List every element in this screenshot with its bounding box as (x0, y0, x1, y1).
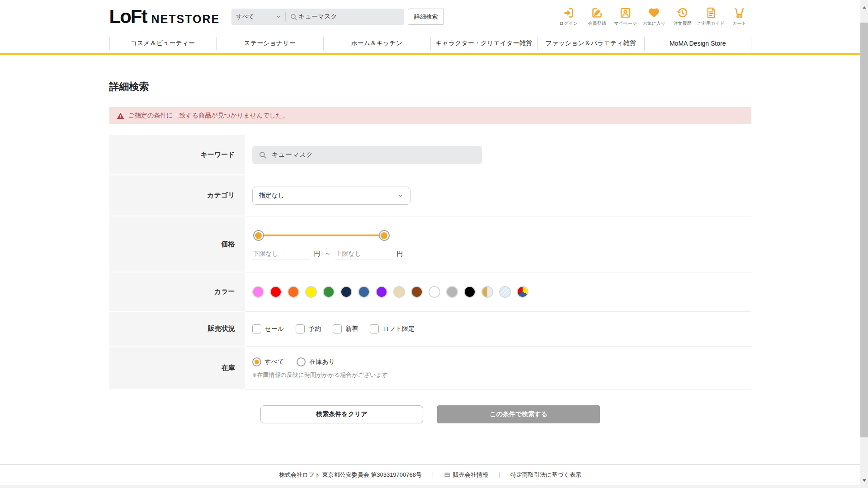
nav-item-stationery[interactable]: ステーショナリー (216, 33, 323, 53)
color-swatch-green[interactable] (323, 286, 335, 298)
header-search-bar: すべて (231, 9, 404, 25)
color-swatch-clear[interactable] (499, 286, 511, 298)
checkbox-new-arrival[interactable]: 新着 (333, 324, 358, 333)
search-category-dropdown[interactable]: すべて (236, 13, 281, 21)
color-swatch-gold[interactable] (481, 286, 493, 298)
scroll-up-button[interactable] (860, 4, 868, 11)
advanced-search-button[interactable]: 詳細検索 (408, 9, 444, 25)
form-row-sales-status: 販売状況 セール 予約 (109, 312, 751, 347)
footer-link-seller-info[interactable]: 販売会社情報 (444, 471, 488, 479)
logo-netstore-text: NETSTORE (151, 13, 220, 26)
keyword-input[interactable] (271, 150, 476, 159)
nav-item-fashion-variety[interactable]: ファッション＆バラエティ雑貨 (537, 33, 644, 53)
checkbox-label: 新着 (345, 325, 358, 333)
no-results-alert: ご指定の条件に一致する商品が見つかりませんでした。 (109, 107, 751, 124)
form-row-color: カラー (109, 272, 751, 312)
checkbox-reservation[interactable]: 予約 (296, 324, 321, 333)
category-label: カテゴリ (109, 175, 245, 216)
color-swatch-beige[interactable] (393, 286, 405, 298)
checkbox-label: ロフト限定 (382, 325, 415, 333)
form-row-category: カテゴリ 指定なし (109, 175, 751, 216)
guide-icon (705, 7, 717, 19)
utility-label: ログイン (559, 20, 578, 27)
color-swatch-gray[interactable] (446, 286, 458, 298)
search-submit-button[interactable]: この条件で検索する (437, 405, 600, 423)
utility-cart[interactable]: カート (728, 7, 751, 27)
nav-item-character-goods[interactable]: キャラクター・クリエイター雑貨 (430, 33, 538, 53)
utility-favorites[interactable]: お気に入り (642, 7, 666, 27)
search-icon (259, 151, 267, 159)
checkbox-box (252, 324, 261, 333)
utility-mypage[interactable]: マイページ (614, 7, 637, 27)
header-search-input[interactable] (297, 13, 400, 21)
color-swatch-pink[interactable] (252, 286, 264, 298)
utility-order-history[interactable]: 注文履歴 (671, 7, 694, 27)
price-range-slider (253, 230, 390, 241)
footer-company-text: 株式会社ロフト 東京都公安委員会 第303319700768号 (279, 471, 422, 479)
logo-loft-text: LoFt (109, 6, 147, 28)
price-min-input[interactable] (252, 248, 310, 259)
color-swatch-yellow[interactable] (305, 286, 317, 298)
nav-item-cosmetics[interactable]: コスメ＆ビューティー (109, 33, 217, 53)
form-actions: 検索条件をクリア この条件で検索する (109, 405, 751, 423)
chevron-down-icon (397, 192, 404, 199)
sales-status-options: セール 予約 新着 ロ (252, 324, 751, 333)
color-swatch-black[interactable] (464, 286, 476, 298)
cart-icon (733, 7, 745, 19)
triangle-down-icon (863, 479, 866, 482)
stock-note: ※在庫情報の反映に時間がかかる場合がございます (252, 371, 751, 379)
triangle-up-icon (863, 6, 866, 9)
utility-label: 注文履歴 (674, 20, 692, 27)
chevron-down-icon (276, 14, 281, 19)
utility-login[interactable]: ログイン (557, 7, 580, 27)
radio-stock-all[interactable]: すべて (252, 357, 284, 366)
nav-item-home-kitchen[interactable]: ホーム＆キッチン (323, 33, 430, 53)
color-swatch-purple[interactable] (376, 286, 387, 298)
color-swatch-navy[interactable] (340, 286, 352, 298)
radio-stock-in-stock[interactable]: 在庫あり (297, 357, 335, 366)
price-slider-min-handle[interactable] (253, 230, 264, 241)
color-swatch-multicolor[interactable] (517, 286, 528, 298)
search-form: キーワード カテゴリ 指定なし (109, 135, 751, 390)
form-row-stock: 在庫 すべて 在庫あり ※在庫情報の反映に時間がか (109, 347, 751, 390)
search-icon (290, 13, 297, 21)
stock-options: すべて 在庫あり (252, 357, 751, 366)
price-label: 価格 (109, 216, 245, 272)
clear-conditions-button[interactable]: 検索条件をクリア (260, 405, 423, 423)
utility-register[interactable]: 会員登録 (585, 7, 609, 27)
nav-item-moma[interactable]: MoMA Design Store (644, 33, 751, 53)
color-swatch-red[interactable] (270, 286, 282, 298)
main-content: 詳細検索 ご指定の条件に一致する商品が見つかりませんでした。 キーワード (0, 55, 860, 464)
color-swatch-brown[interactable] (411, 286, 423, 298)
utility-label: ご利用ガイド (697, 20, 725, 27)
utility-label: お気に入り (642, 20, 665, 27)
scroll-down-button[interactable] (860, 477, 868, 484)
site-footer: 株式会社ロフト 東京都公安委員会 第303319700768号 販売会社情報 特… (0, 464, 860, 488)
checkbox-label: セール (265, 325, 284, 333)
footer-strip (0, 485, 860, 488)
divider (433, 472, 433, 478)
color-swatch-orange[interactable] (288, 286, 299, 298)
checkbox-sale[interactable]: セール (252, 324, 284, 333)
vertical-scrollbar[interactable] (860, 0, 868, 488)
heart-icon (648, 7, 660, 19)
form-row-keyword: キーワード (109, 135, 751, 175)
login-icon (562, 7, 575, 19)
checkbox-loft-exclusive[interactable]: ロフト限定 (370, 324, 415, 333)
warning-icon (117, 112, 124, 120)
page-title: 詳細検索 (109, 80, 751, 94)
no-results-text: ご指定の条件に一致する商品が見つかりませんでした。 (128, 112, 289, 120)
color-swatch-blue[interactable] (358, 286, 370, 298)
color-swatch-white[interactable] (429, 286, 440, 298)
form-row-price: 価格 円 ～ 円 (109, 216, 751, 272)
loft-logo[interactable]: LoFt NETSTORE (109, 6, 220, 28)
checkbox-box (333, 324, 342, 333)
category-select[interactable]: 指定なし (252, 187, 410, 205)
utility-guide[interactable]: ご利用ガイド (699, 7, 723, 27)
scrollbar-thumb[interactable] (860, 23, 868, 437)
checkbox-label: 予約 (308, 325, 321, 333)
utility-label: マイページ (614, 20, 637, 27)
price-slider-max-handle[interactable] (379, 230, 390, 241)
footer-link-commerce-law[interactable]: 特定商取引法に基づく表示 (510, 471, 581, 479)
price-max-input[interactable] (335, 248, 393, 259)
